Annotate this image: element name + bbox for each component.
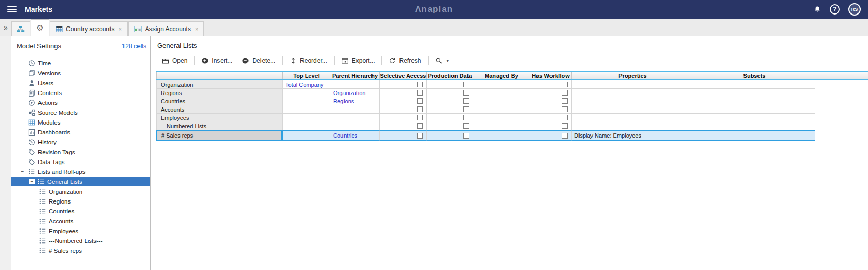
row-header-cell[interactable]: Regions — [156, 89, 283, 97]
properties-cell[interactable] — [572, 114, 694, 122]
selective-access-cell[interactable] — [380, 130, 427, 141]
production-data-checkbox[interactable] — [463, 115, 469, 120]
delete-button[interactable]: Delete... — [237, 55, 280, 66]
top-level-cell[interactable] — [283, 97, 330, 105]
table-row-employees[interactable]: Employees — [156, 114, 868, 122]
parent-hierarchy-cell[interactable]: Organization — [330, 89, 380, 97]
parent-hierarchy-cell[interactable] — [330, 105, 380, 114]
sidebar-item-lists-and-rollups[interactable]: −Lists and Roll-ups — [11, 167, 150, 177]
sidebar-item-general-lists[interactable]: −General Lists — [11, 177, 150, 186]
production-data-checkbox[interactable] — [463, 133, 469, 139]
selective-access-checkbox[interactable] — [417, 98, 423, 104]
parent-hierarchy-cell[interactable]: Countries — [330, 130, 380, 141]
table-row-accounts[interactable]: Accounts — [156, 105, 868, 114]
subsets-cell[interactable] — [694, 130, 815, 141]
column-header-top-level[interactable]: Top Level — [283, 72, 330, 79]
top-level-cell[interactable] — [283, 105, 330, 114]
properties-cell[interactable] — [572, 89, 694, 97]
has-workflow-cell[interactable] — [530, 80, 572, 89]
parent-hierarchy-cell[interactable] — [330, 80, 380, 89]
sidebar-item-contents[interactable]: Contents — [11, 88, 150, 98]
collapse-expander[interactable]: − — [29, 179, 35, 184]
selective-access-cell[interactable] — [380, 105, 427, 114]
row-header-cell[interactable]: Accounts — [156, 105, 283, 114]
production-data-cell[interactable] — [427, 122, 473, 130]
selective-access-checkbox[interactable] — [417, 82, 423, 87]
hamburger-menu-icon[interactable] — [7, 6, 17, 12]
properties-cell[interactable] — [572, 97, 694, 105]
column-header-parent-hierarchy[interactable]: Parent Hierarchy — [330, 72, 380, 79]
production-data-cell[interactable] — [427, 80, 473, 89]
selective-access-checkbox[interactable] — [417, 123, 423, 129]
selective-access-cell[interactable] — [380, 122, 427, 130]
top-level-cell[interactable] — [283, 89, 330, 97]
open-button[interactable]: Open — [157, 55, 192, 66]
selective-access-cell[interactable] — [380, 114, 427, 122]
top-level-cell[interactable] — [283, 130, 330, 141]
properties-cell[interactable] — [572, 80, 694, 89]
export-button[interactable]: Export... — [337, 55, 380, 66]
has-workflow-cell[interactable] — [530, 89, 572, 97]
selective-access-checkbox[interactable] — [417, 90, 423, 96]
sidebar-item-versions[interactable]: Versions — [11, 68, 150, 78]
table-row-sales-reps-selected[interactable]: # Sales reps Countries Display Name: Emp… — [156, 130, 868, 141]
has-workflow-checkbox[interactable] — [562, 115, 568, 120]
parent-hierarchy-cell[interactable]: Regions — [330, 97, 380, 105]
managed-by-cell[interactable] — [473, 80, 530, 89]
help-icon[interactable]: ? — [830, 4, 840, 15]
table-row-organization[interactable]: Organization Total Company — [156, 80, 868, 89]
reorder-button[interactable]: Reorder... — [285, 55, 332, 66]
sidebar-item-organization[interactable]: Organization — [11, 186, 150, 196]
subsets-cell[interactable] — [694, 114, 815, 122]
production-data-cell[interactable] — [427, 114, 473, 122]
subsets-cell[interactable] — [694, 89, 815, 97]
refresh-button[interactable]: Refresh — [384, 55, 425, 66]
production-data-checkbox[interactable] — [463, 90, 469, 96]
selective-access-cell[interactable] — [380, 89, 427, 97]
sidebar-item-employees[interactable]: Employees — [11, 226, 150, 236]
parent-hierarchy-cell[interactable] — [330, 114, 380, 122]
selective-access-checkbox[interactable] — [417, 133, 423, 139]
has-workflow-checkbox[interactable] — [562, 82, 568, 87]
production-data-cell[interactable] — [427, 89, 473, 97]
top-level-cell[interactable]: Total Company — [283, 80, 330, 89]
sidebar-item-countries[interactable]: Countries — [11, 206, 150, 216]
sidebar-item-history[interactable]: History — [11, 137, 150, 147]
parent-hierarchy-cell[interactable] — [330, 122, 380, 130]
row-header-cell[interactable]: Employees — [156, 114, 283, 122]
managed-by-cell[interactable] — [473, 114, 530, 122]
top-level-cell[interactable] — [283, 114, 330, 122]
tab-country-accounts[interactable]: Country accounts × — [50, 21, 128, 36]
selective-access-cell[interactable] — [380, 97, 427, 105]
cells-count-link[interactable]: 128 cells — [122, 43, 146, 50]
sidebar-item-actions[interactable]: Actions — [11, 98, 150, 107]
production-data-checkbox[interactable] — [463, 82, 469, 87]
has-workflow-checkbox[interactable] — [562, 133, 568, 139]
production-data-checkbox[interactable] — [463, 98, 469, 104]
expand-panel-chevrons[interactable]: » — [0, 19, 11, 36]
sidebar-item-time[interactable]: Time — [11, 58, 150, 68]
has-workflow-checkbox[interactable] — [562, 98, 568, 104]
row-header-cell[interactable]: Countries — [156, 97, 283, 105]
close-tab-icon[interactable]: × — [118, 26, 121, 32]
close-tab-icon[interactable]: × — [195, 26, 198, 32]
subsets-cell[interactable] — [694, 97, 815, 105]
column-header-selective-access[interactable]: Selective Access — [380, 72, 427, 79]
managed-by-cell[interactable] — [473, 105, 530, 114]
tab-model-map[interactable] — [11, 21, 30, 36]
row-header-cell[interactable]: # Sales reps — [156, 130, 283, 141]
subsets-cell[interactable] — [694, 80, 815, 89]
has-workflow-checkbox[interactable] — [562, 90, 568, 96]
selective-access-cell[interactable] — [380, 80, 427, 89]
production-data-cell[interactable] — [427, 130, 473, 141]
has-workflow-cell[interactable] — [530, 97, 572, 105]
managed-by-cell[interactable] — [473, 97, 530, 105]
properties-cell[interactable] — [572, 122, 694, 130]
sidebar-item-dashboards[interactable]: Dashboards — [11, 127, 150, 137]
has-workflow-cell[interactable] — [530, 130, 572, 141]
production-data-cell[interactable] — [427, 97, 473, 105]
row-header-cell[interactable]: Organization — [156, 80, 283, 89]
sidebar-item-revision-tags[interactable]: Revision Tags — [11, 147, 150, 157]
column-header-production-data[interactable]: Production Data — [427, 72, 473, 79]
subsets-cell[interactable] — [694, 105, 815, 114]
